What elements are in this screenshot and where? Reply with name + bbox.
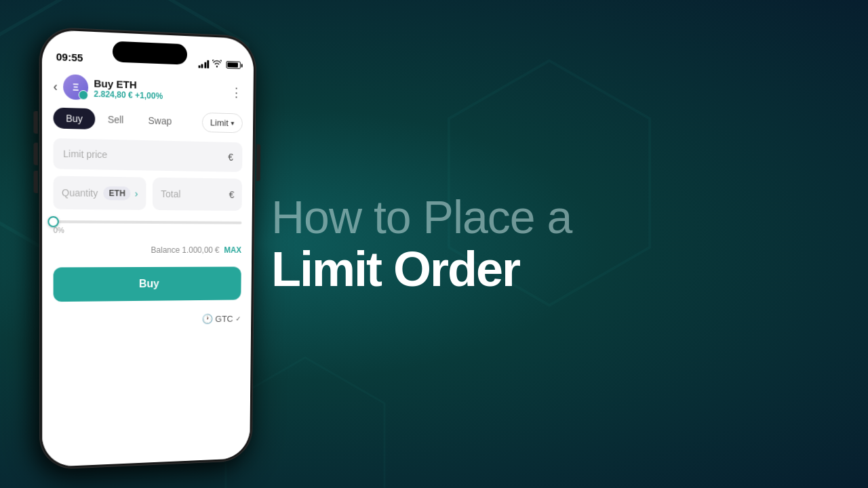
chevron-down-icon: ▾ — [231, 119, 234, 127]
dynamic-island — [113, 41, 187, 65]
balance-label: Balance — [151, 245, 180, 255]
limit-price-currency: € — [228, 152, 233, 163]
back-button[interactable]: ‹ — [54, 79, 58, 94]
buy-button[interactable]: Buy — [54, 267, 241, 302]
gtc-label: GTC — [215, 313, 233, 323]
clock-icon: 🕐 — [201, 313, 212, 324]
quantity-placeholder: Quantity — [62, 187, 100, 199]
quantity-total-row: Quantity ETH › Total € — [54, 176, 242, 211]
tab-sell[interactable]: Sell — [95, 108, 136, 130]
limit-price-field[interactable]: Limit price € — [54, 138, 243, 172]
balance-value: 1.000,00 € — [182, 245, 219, 255]
balance-row: Balance 1.000,00 € MAX — [54, 245, 241, 255]
slider-pct-label: 0% — [54, 226, 64, 234]
coin-price-value: 2.824,80 € — [94, 89, 133, 100]
signal-icon — [198, 60, 209, 68]
slider-track — [54, 220, 242, 224]
tab-buy[interactable]: Buy — [54, 107, 96, 129]
status-time: 09:55 — [56, 51, 83, 64]
eth-badge: ETH — [104, 186, 131, 201]
coin-price-row: 2.824,80 € +1,00% — [94, 89, 163, 101]
slider-thumb[interactable] — [47, 216, 59, 227]
coin-change: +1,00% — [135, 90, 163, 101]
arrow-icon: › — [135, 188, 138, 199]
quantity-field[interactable]: Quantity ETH › — [54, 176, 146, 210]
app-header: ‹ Ξ Buy ETH 2.824,80 € +1,00% ⋮ — [54, 66, 243, 113]
chevron-down-gtc: ✓ — [235, 314, 241, 322]
gtc-row[interactable]: 🕐 GTC ✓ — [54, 313, 241, 327]
headline-line1: How to Place a — [271, 192, 827, 243]
headline-line2: Limit Order — [271, 243, 827, 296]
percentage-slider[interactable]: 0% — [54, 220, 242, 235]
limit-price-placeholder: Limit price — [63, 148, 107, 161]
order-form: Limit price € Quantity ETH › Total € — [54, 138, 243, 327]
slider-labels: 0% — [54, 226, 242, 235]
limit-label: Limit — [210, 117, 229, 128]
coin-info: Ξ Buy ETH 2.824,80 € +1,00% — [63, 74, 231, 104]
coin-avatar: Ξ — [63, 74, 88, 100]
battery-icon — [226, 61, 240, 69]
total-placeholder: Total — [161, 188, 225, 200]
status-icons — [198, 59, 241, 70]
wifi-icon — [212, 60, 222, 69]
coin-text-info: Buy ETH 2.824,80 € +1,00% — [94, 77, 163, 100]
tab-swap[interactable]: Swap — [136, 110, 184, 131]
limit-dropdown[interactable]: Limit ▾ — [201, 112, 243, 133]
more-button[interactable]: ⋮ — [231, 85, 243, 100]
headline-section: How to Place a Limit Order — [217, 192, 868, 296]
